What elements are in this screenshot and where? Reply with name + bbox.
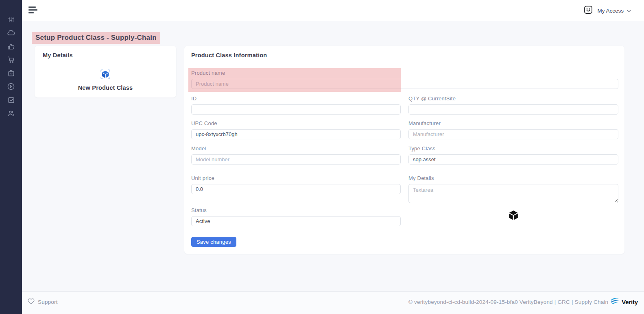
scan-cube-icon: [99, 68, 111, 82]
model-label: Model: [191, 145, 401, 152]
sliders-icon: [7, 16, 15, 25]
upc-label: UPC Code: [191, 120, 401, 126]
type-class-input[interactable]: [408, 154, 618, 165]
qty-label: QTY @ CurrentSite: [408, 95, 618, 102]
product-class-form-card: Product Class Information Product name I…: [184, 46, 624, 254]
field-my-details: My Details: [408, 175, 618, 205]
field-qty: QTY @ CurrentSite: [408, 95, 618, 115]
footer: Support © veritybeyond-ci-cd-build-2024-…: [22, 291, 644, 314]
main-content: Setup Product Class - Supply-Chain My De…: [22, 21, 644, 291]
sidebar-item-cart[interactable]: [6, 56, 16, 65]
product-name-label: Product name: [191, 70, 618, 76]
sidebar-item-play[interactable]: [6, 82, 16, 92]
field-status: Status: [191, 207, 401, 226]
my-details-label: My Details: [408, 175, 618, 181]
users-icon: [7, 109, 15, 119]
my-details-card: My Details: [35, 46, 176, 97]
check-square-icon: [7, 96, 15, 106]
sidebar-item-sliders[interactable]: [6, 15, 16, 25]
verity-wordmark: Verity: [622, 299, 638, 305]
shopping-bag-icon: [7, 69, 15, 79]
field-manufacturer: Manufacturer: [408, 120, 618, 139]
package-cube-icon: [507, 210, 520, 223]
my-access-dropdown[interactable]: My Access: [583, 5, 631, 16]
id-label: ID: [191, 95, 401, 102]
sidebar-item-cloud[interactable]: [6, 29, 16, 39]
smiley-avatar-icon: [583, 5, 593, 16]
status-input[interactable]: [191, 216, 401, 226]
manufacturer-input[interactable]: [408, 129, 618, 139]
play-circle-icon: [7, 82, 15, 92]
verity-logo-icon: [610, 297, 620, 307]
support-link[interactable]: Support: [28, 298, 58, 306]
my-details-card-title: My Details: [43, 52, 73, 58]
support-label: Support: [38, 299, 58, 305]
sidebar-item-check[interactable]: [6, 96, 16, 106]
top-navbar: My Access: [22, 0, 644, 21]
sidebar: [0, 0, 22, 314]
shopping-cart-icon: [7, 56, 15, 65]
field-unit-price: Unit price: [191, 175, 401, 194]
chevron-down-icon: [627, 7, 631, 14]
page-title: Setup Product Class - Supply-Chain: [32, 32, 160, 44]
id-input[interactable]: [191, 104, 401, 115]
form-card-title: Product Class Information: [191, 52, 267, 58]
sidebar-item-bag[interactable]: [6, 69, 16, 79]
field-product-name: Product name: [191, 70, 618, 89]
cloud-icon: [7, 29, 15, 39]
sidebar-item-users[interactable]: [6, 109, 16, 119]
qty-input[interactable]: [408, 104, 618, 115]
field-type-class: Type Class: [408, 145, 618, 165]
upc-input[interactable]: [191, 129, 401, 139]
field-model: Model: [191, 145, 401, 165]
save-changes-button[interactable]: Save changes: [191, 237, 236, 247]
unit-price-input[interactable]: [191, 184, 401, 194]
menu-toggle-button[interactable]: [28, 6, 38, 15]
hamburger-icon: [28, 6, 36, 8]
sidebar-item-thumbs-up[interactable]: [6, 42, 16, 52]
manufacturer-label: Manufacturer: [408, 120, 618, 126]
my-details-textarea[interactable]: [408, 184, 618, 203]
new-product-class-button[interactable]: New Product Class: [35, 68, 176, 91]
new-product-class-label: New Product Class: [78, 84, 133, 91]
type-class-label: Type Class: [408, 145, 618, 152]
heart-icon: [28, 298, 35, 306]
status-label: Status: [191, 207, 401, 213]
my-access-label: My Access: [597, 8, 624, 14]
product-name-input[interactable]: [191, 79, 618, 89]
field-id: ID: [191, 95, 401, 115]
unit-price-label: Unit price: [191, 175, 401, 181]
field-upc: UPC Code: [191, 120, 401, 139]
thumbs-up-icon: [7, 43, 15, 52]
model-input[interactable]: [191, 154, 401, 165]
copyright-text: © veritybeyond-ci-cd-build-2024-09-15-bf…: [408, 299, 608, 305]
